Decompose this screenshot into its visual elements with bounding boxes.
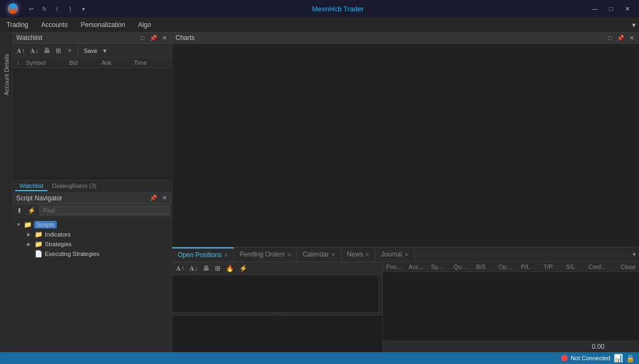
title-bar: ↩ ↻ ⟨ ⟩ ▾ MexnHcb Trader — □ ✕ xyxy=(0,0,639,17)
col-sy: Sy... xyxy=(430,264,453,270)
pos-toolbar-icon-2[interactable]: 𝐀↓ xyxy=(188,264,199,273)
app-title: MexnHcb Trader xyxy=(89,5,587,13)
tree-executing-strategies[interactable]: ▶ 📄 Executing Strategies xyxy=(26,249,170,259)
menu-trading[interactable]: Trading xyxy=(0,19,35,31)
save-dropdown-icon[interactable]: ▾ xyxy=(102,46,108,56)
col-conf: Conf... xyxy=(587,264,610,270)
bottom-content: 𝐀↑ 𝐀↓ 🖶 ⊞ 🔥 ⚡ ····· xyxy=(172,262,639,352)
script-nav-pin-icon[interactable]: 📌 xyxy=(149,194,158,201)
btab-news[interactable]: News ✕ xyxy=(341,248,375,261)
watchlist-header: Watchlist □ 📌 ✕ xyxy=(13,32,172,44)
menu-personalization[interactable]: Personalization xyxy=(75,19,132,31)
strategies-folder-icon: 📁 xyxy=(35,240,43,248)
pos-total-row: 0.00 xyxy=(383,341,639,352)
script-nav-header: Script Navigator 📌 ✕ xyxy=(13,193,172,204)
root-folder-icon: 📁 xyxy=(24,221,32,228)
wtab-dealingrates[interactable]: DealingRates (3) xyxy=(48,181,101,191)
watchlist-tabs: Watchlist DealingRates (3) xyxy=(13,180,172,192)
btab-open-positions[interactable]: Open Positions ✕ xyxy=(172,247,234,261)
charts-body xyxy=(172,44,639,247)
toolbar-print-icon[interactable]: 🖶 xyxy=(42,46,52,56)
positions-right: Pos... Acc... Sy... Qu... B/S Op... P/L … xyxy=(382,262,639,352)
col-op: Op... xyxy=(497,264,520,270)
btab-calendar-close[interactable]: ✕ xyxy=(331,252,335,258)
menu-algo[interactable]: Algo xyxy=(132,19,158,31)
script-down-icon[interactable]: ⚡ xyxy=(26,206,37,215)
btab-pending-orders[interactable]: Pending Orders ✕ xyxy=(234,248,297,261)
menu-accounts[interactable]: Accounts xyxy=(35,19,74,31)
main-container: Account Details Watchlist □ 📌 ✕ 𝐀↑ 𝐀↓ 🖶 … xyxy=(0,32,639,352)
script-search-input[interactable] xyxy=(39,206,170,215)
watchlist-panel: Watchlist □ 📌 ✕ 𝐀↑ 𝐀↓ 🖶 ⊞ ＋ Save ▾ i Sym… xyxy=(13,32,172,192)
tree-indicators[interactable]: ▶ 📁 Indicators xyxy=(26,230,170,239)
bottom-tabs: Open Positions ✕ Pending Orders ✕ Calend… xyxy=(172,247,639,262)
toolbar-icon-1[interactable]: 𝐀↑ xyxy=(15,46,26,56)
pos-toolbar: 𝐀↑ 𝐀↓ 🖶 ⊞ 🔥 ⚡ xyxy=(172,262,382,275)
nav-icon-1[interactable]: ⟨ xyxy=(52,3,63,14)
drag-handle[interactable] xyxy=(378,275,382,312)
pos-toolbar-icon-1[interactable]: 𝐀↑ xyxy=(174,264,186,273)
dropdown-icon[interactable]: ▾ xyxy=(78,3,89,14)
btab-open-positions-close[interactable]: ✕ xyxy=(224,252,228,258)
btab-news-close[interactable]: ✕ xyxy=(365,252,369,258)
charts-title: Charts xyxy=(176,34,603,42)
tree-root[interactable]: ▼ 📁 Scripts xyxy=(15,220,170,230)
status-indicator xyxy=(561,355,568,361)
tree-strategies-label[interactable]: Strategies xyxy=(45,241,72,247)
watchlist-toolbar: 𝐀↑ 𝐀↓ 🖶 ⊞ ＋ Save ▾ xyxy=(13,44,172,58)
watchlist-columns: i Symbol Bid Ask Time xyxy=(13,58,172,68)
menu-bar: Trading Accounts Personalization Algo ▾ xyxy=(0,17,639,32)
watchlist-close-icon[interactable]: ✕ xyxy=(160,35,169,42)
indicators-chevron: ▶ xyxy=(27,232,32,237)
pos-fire-icon[interactable]: 🔥 xyxy=(224,264,236,273)
tree-strategies[interactable]: ▶ 📁 Strategies xyxy=(26,239,170,249)
refresh-icon[interactable]: ↻ xyxy=(39,3,50,14)
btab-pending-orders-close[interactable]: ✕ xyxy=(287,252,291,258)
wtab-watchlist[interactable]: Watchlist xyxy=(15,181,48,191)
tree-exec-strat-label[interactable]: Executing Strategies xyxy=(45,251,99,257)
pos-grid-icon[interactable]: ⊞ xyxy=(213,264,222,273)
tree-root-label[interactable]: Scripts xyxy=(34,221,57,228)
pos-lightning-icon[interactable]: ⚡ xyxy=(238,264,249,273)
minimize-button[interactable]: — xyxy=(587,3,602,14)
charts-pin-icon[interactable]: 📌 xyxy=(616,35,625,42)
tree-indicators-label[interactable]: Indicators xyxy=(45,231,71,238)
title-bar-controls: — □ ✕ xyxy=(587,3,635,14)
status-lock-icon: 🔒 xyxy=(626,354,635,362)
sidebar-account-details[interactable]: Account Details xyxy=(3,54,10,95)
col-close: Close xyxy=(610,264,637,270)
btab-journal-close[interactable]: ✕ xyxy=(405,252,409,258)
tree-children: ▶ 📁 Indicators ▶ 📁 Strategies ▶ 📄 Execut… xyxy=(26,230,170,259)
btab-journal[interactable]: Journal ✕ xyxy=(375,248,414,261)
save-button[interactable]: Save xyxy=(82,46,99,55)
status-chart-icon: 📊 xyxy=(614,354,623,362)
watchlist-pin-icon[interactable]: 📌 xyxy=(149,35,158,42)
toolbar-add-icon[interactable]: ＋ xyxy=(65,45,75,56)
nav-icon-2[interactable]: ⟩ xyxy=(65,3,76,14)
right-panel: Charts □ 📌 ✕ Open Positions ✕ Pending Or… xyxy=(172,32,639,352)
back-icon[interactable]: ↩ xyxy=(26,3,37,14)
status-bar: Not Connected 📊 🔒 xyxy=(0,352,639,364)
btab-calendar[interactable]: Calendar ✕ xyxy=(297,248,341,261)
pos-print-icon[interactable]: 🖶 xyxy=(201,264,211,273)
charts-close-icon[interactable]: ✕ xyxy=(627,35,636,42)
script-up-icon[interactable]: ⬆ xyxy=(15,206,24,215)
charts-restore-icon[interactable]: □ xyxy=(606,35,614,41)
toolbar-sep xyxy=(78,46,78,55)
toolbar-grid-icon[interactable]: ⊞ xyxy=(54,46,63,56)
app-logo xyxy=(4,0,22,17)
watchlist-title: Watchlist xyxy=(16,34,136,42)
col-info: i xyxy=(15,59,24,66)
script-nav-close-icon[interactable]: ✕ xyxy=(160,194,169,201)
watchlist-restore-icon[interactable]: □ xyxy=(138,35,147,41)
charts-panel: Charts □ 📌 ✕ xyxy=(172,32,639,247)
menu-bar-chevron[interactable]: ▾ xyxy=(632,21,639,29)
col-acc: Acc... xyxy=(408,264,431,270)
btab-overflow-chevron[interactable]: ▾ xyxy=(629,251,639,258)
toolbar-icon-2[interactable]: 𝐀↓ xyxy=(29,46,40,56)
col-sl: S/L xyxy=(565,264,588,270)
title-bar-left: ↩ ↻ ⟨ ⟩ ▾ xyxy=(4,0,89,17)
col-symbol: Symbol xyxy=(24,59,67,66)
close-button[interactable]: ✕ xyxy=(620,3,635,14)
maximize-button[interactable]: □ xyxy=(603,3,618,14)
